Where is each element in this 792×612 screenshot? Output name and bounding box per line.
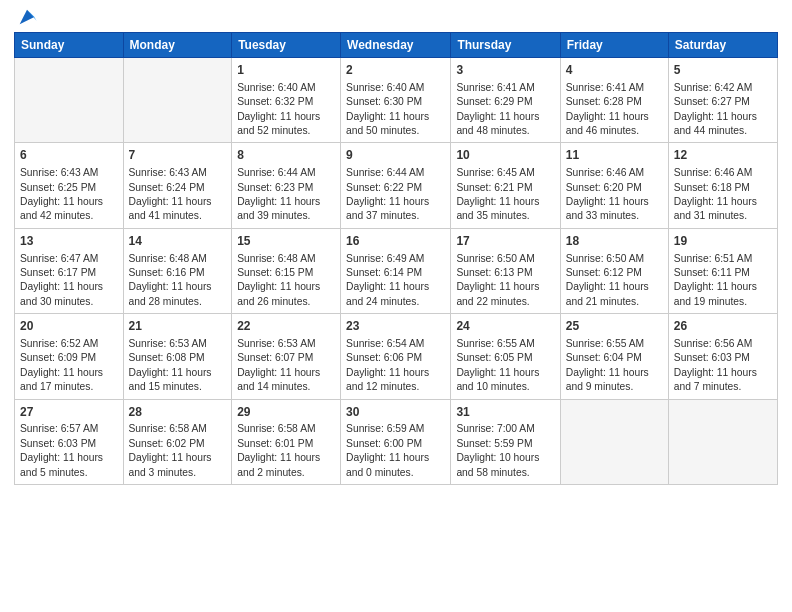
daylight-text: Daylight: 11 hours and 28 minutes. xyxy=(129,281,212,306)
day-number: 7 xyxy=(129,147,227,164)
calendar-cell: 21Sunrise: 6:53 AMSunset: 6:08 PMDayligh… xyxy=(123,314,232,399)
sunset-text: Sunset: 6:16 PM xyxy=(129,267,205,278)
calendar-cell: 26Sunrise: 6:56 AMSunset: 6:03 PMDayligh… xyxy=(668,314,777,399)
calendar-cell: 9Sunrise: 6:44 AMSunset: 6:22 PMDaylight… xyxy=(341,143,451,228)
calendar-cell: 2Sunrise: 6:40 AMSunset: 6:30 PMDaylight… xyxy=(341,58,451,143)
calendar-cell: 4Sunrise: 6:41 AMSunset: 6:28 PMDaylight… xyxy=(560,58,668,143)
weekday-header: Thursday xyxy=(451,33,560,58)
daylight-text: Daylight: 11 hours and 35 minutes. xyxy=(456,196,539,221)
sunrise-text: Sunrise: 6:57 AM xyxy=(20,423,98,434)
sunset-text: Sunset: 6:04 PM xyxy=(566,352,642,363)
daylight-text: Daylight: 11 hours and 15 minutes. xyxy=(129,367,212,392)
weekday-header: Sunday xyxy=(15,33,124,58)
sunrise-text: Sunrise: 6:48 AM xyxy=(237,253,315,264)
calendar-cell: 6Sunrise: 6:43 AMSunset: 6:25 PMDaylight… xyxy=(15,143,124,228)
calendar-cell: 7Sunrise: 6:43 AMSunset: 6:24 PMDaylight… xyxy=(123,143,232,228)
day-number: 31 xyxy=(456,404,554,421)
sunset-text: Sunset: 6:20 PM xyxy=(566,182,642,193)
sunrise-text: Sunrise: 6:51 AM xyxy=(674,253,752,264)
daylight-text: Daylight: 11 hours and 21 minutes. xyxy=(566,281,649,306)
daylight-text: Daylight: 11 hours and 31 minutes. xyxy=(674,196,757,221)
day-number: 21 xyxy=(129,318,227,335)
calendar-cell: 3Sunrise: 6:41 AMSunset: 6:29 PMDaylight… xyxy=(451,58,560,143)
sunrise-text: Sunrise: 6:50 AM xyxy=(566,253,644,264)
calendar-cell: 30Sunrise: 6:59 AMSunset: 6:00 PMDayligh… xyxy=(341,399,451,484)
calendar-cell: 31Sunrise: 7:00 AMSunset: 5:59 PMDayligh… xyxy=(451,399,560,484)
calendar-cell: 5Sunrise: 6:42 AMSunset: 6:27 PMDaylight… xyxy=(668,58,777,143)
sunset-text: Sunset: 6:00 PM xyxy=(346,438,422,449)
daylight-text: Daylight: 11 hours and 39 minutes. xyxy=(237,196,320,221)
daylight-text: Daylight: 11 hours and 50 minutes. xyxy=(346,111,429,136)
day-number: 28 xyxy=(129,404,227,421)
day-number: 19 xyxy=(674,233,772,250)
sunset-text: Sunset: 6:05 PM xyxy=(456,352,532,363)
day-number: 8 xyxy=(237,147,335,164)
calendar-cell: 11Sunrise: 6:46 AMSunset: 6:20 PMDayligh… xyxy=(560,143,668,228)
calendar-cell: 18Sunrise: 6:50 AMSunset: 6:12 PMDayligh… xyxy=(560,228,668,313)
calendar-cell: 27Sunrise: 6:57 AMSunset: 6:03 PMDayligh… xyxy=(15,399,124,484)
daylight-text: Daylight: 11 hours and 26 minutes. xyxy=(237,281,320,306)
day-number: 30 xyxy=(346,404,445,421)
calendar-cell: 16Sunrise: 6:49 AMSunset: 6:14 PMDayligh… xyxy=(341,228,451,313)
calendar-cell: 25Sunrise: 6:55 AMSunset: 6:04 PMDayligh… xyxy=(560,314,668,399)
sunset-text: Sunset: 6:02 PM xyxy=(129,438,205,449)
sunrise-text: Sunrise: 6:46 AM xyxy=(566,167,644,178)
sunrise-text: Sunrise: 7:00 AM xyxy=(456,423,534,434)
daylight-text: Daylight: 11 hours and 46 minutes. xyxy=(566,111,649,136)
day-number: 5 xyxy=(674,62,772,79)
sunset-text: Sunset: 6:22 PM xyxy=(346,182,422,193)
svg-marker-0 xyxy=(20,10,35,25)
weekday-header: Saturday xyxy=(668,33,777,58)
sunset-text: Sunset: 6:14 PM xyxy=(346,267,422,278)
calendar-cell xyxy=(560,399,668,484)
day-number: 16 xyxy=(346,233,445,250)
day-number: 22 xyxy=(237,318,335,335)
calendar-header-row: SundayMondayTuesdayWednesdayThursdayFrid… xyxy=(15,33,778,58)
calendar-cell xyxy=(668,399,777,484)
day-number: 27 xyxy=(20,404,118,421)
weekday-header: Friday xyxy=(560,33,668,58)
daylight-text: Daylight: 11 hours and 41 minutes. xyxy=(129,196,212,221)
sunset-text: Sunset: 6:11 PM xyxy=(674,267,750,278)
daylight-text: Daylight: 11 hours and 10 minutes. xyxy=(456,367,539,392)
calendar-cell: 14Sunrise: 6:48 AMSunset: 6:16 PMDayligh… xyxy=(123,228,232,313)
day-number: 3 xyxy=(456,62,554,79)
sunrise-text: Sunrise: 6:43 AM xyxy=(129,167,207,178)
calendar-cell xyxy=(15,58,124,143)
sunset-text: Sunset: 6:29 PM xyxy=(456,96,532,107)
weekday-header: Wednesday xyxy=(341,33,451,58)
sunrise-text: Sunrise: 6:58 AM xyxy=(129,423,207,434)
sunrise-text: Sunrise: 6:47 AM xyxy=(20,253,98,264)
day-number: 10 xyxy=(456,147,554,164)
calendar-cell: 19Sunrise: 6:51 AMSunset: 6:11 PMDayligh… xyxy=(668,228,777,313)
calendar-week-row: 20Sunrise: 6:52 AMSunset: 6:09 PMDayligh… xyxy=(15,314,778,399)
logo-icon xyxy=(16,6,38,28)
sunrise-text: Sunrise: 6:40 AM xyxy=(346,82,424,93)
daylight-text: Daylight: 11 hours and 19 minutes. xyxy=(674,281,757,306)
calendar-cell: 23Sunrise: 6:54 AMSunset: 6:06 PMDayligh… xyxy=(341,314,451,399)
calendar-cell: 10Sunrise: 6:45 AMSunset: 6:21 PMDayligh… xyxy=(451,143,560,228)
sunrise-text: Sunrise: 6:53 AM xyxy=(129,338,207,349)
sunset-text: Sunset: 6:23 PM xyxy=(237,182,313,193)
sunset-text: Sunset: 6:06 PM xyxy=(346,352,422,363)
day-number: 29 xyxy=(237,404,335,421)
day-number: 9 xyxy=(346,147,445,164)
sunset-text: Sunset: 5:59 PM xyxy=(456,438,532,449)
daylight-text: Daylight: 11 hours and 30 minutes. xyxy=(20,281,103,306)
day-number: 26 xyxy=(674,318,772,335)
sunset-text: Sunset: 6:13 PM xyxy=(456,267,532,278)
day-number: 23 xyxy=(346,318,445,335)
daylight-text: Daylight: 11 hours and 52 minutes. xyxy=(237,111,320,136)
sunrise-text: Sunrise: 6:49 AM xyxy=(346,253,424,264)
calendar-cell: 1Sunrise: 6:40 AMSunset: 6:32 PMDaylight… xyxy=(232,58,341,143)
day-number: 17 xyxy=(456,233,554,250)
day-number: 24 xyxy=(456,318,554,335)
calendar-cell: 24Sunrise: 6:55 AMSunset: 6:05 PMDayligh… xyxy=(451,314,560,399)
calendar-table: SundayMondayTuesdayWednesdayThursdayFrid… xyxy=(14,32,778,485)
calendar-cell: 13Sunrise: 6:47 AMSunset: 6:17 PMDayligh… xyxy=(15,228,124,313)
sunrise-text: Sunrise: 6:45 AM xyxy=(456,167,534,178)
sunrise-text: Sunrise: 6:44 AM xyxy=(237,167,315,178)
sunrise-text: Sunrise: 6:41 AM xyxy=(566,82,644,93)
calendar-week-row: 13Sunrise: 6:47 AMSunset: 6:17 PMDayligh… xyxy=(15,228,778,313)
calendar-cell: 15Sunrise: 6:48 AMSunset: 6:15 PMDayligh… xyxy=(232,228,341,313)
